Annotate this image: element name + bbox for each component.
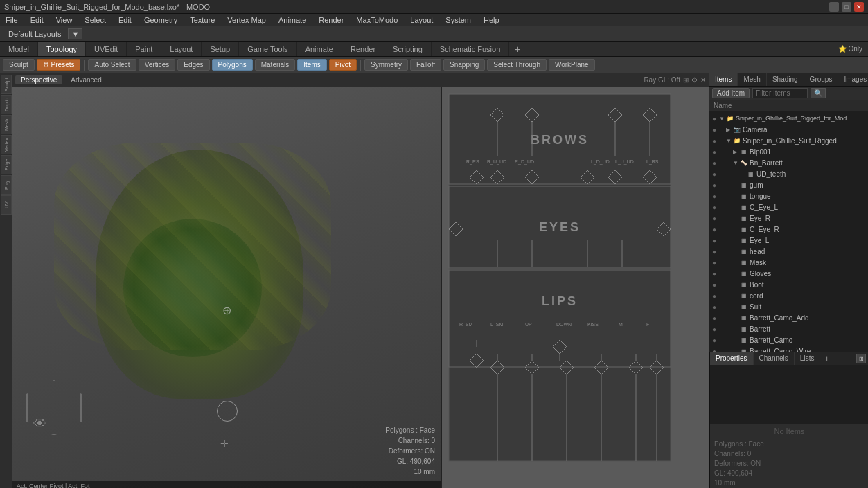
viewport-tab-perspective[interactable]: Perspective [15,75,62,84]
filter-items-input[interactable] [752,88,808,98]
tab-scripting[interactable]: Scripting [384,42,432,56]
tree-item-bn-barrett[interactable]: ● ▼ 🦴 Bn_Barrett [709,157,868,168]
sidebar-tool-duplicate[interactable]: Duplic [1,95,12,114]
eye-icon-c-eye-r[interactable]: ● [712,226,716,233]
br-tab-lists[interactable]: Lists [795,352,821,365]
menu-help[interactable]: Help [481,15,502,25]
workplane-button[interactable]: WorkPlane [549,59,595,71]
snapping-button[interactable]: Snapping [443,59,485,71]
items-button[interactable]: Items [297,59,326,71]
sidebar-tool-polygon[interactable]: Poly [1,175,12,195]
eye-icon-eye-l[interactable]: ● [712,237,716,244]
items-list[interactable]: ● ▼ 📁 Sniper_in_Ghillie_Suit_Rigged_for_… [709,111,868,352]
tab-gametools[interactable]: Game Tools [239,42,297,56]
eye-icon-barrett[interactable]: ● [712,325,716,333]
sidebar-tool-sculpt[interactable]: Sculpt [1,75,12,94]
add-item-button[interactable]: Add Item [712,88,750,98]
menu-vertexmap[interactable]: Vertex Map [224,15,269,25]
pivot-button[interactable]: Pivot [329,59,357,71]
menu-animate[interactable]: Animate [276,15,309,25]
tree-item-camera[interactable]: ● ▶ 📷 Camera [709,124,868,135]
tree-item-barrett-camo-wire[interactable]: ● ▦ Barrett_Camo_Wire [709,345,868,352]
tree-item-head[interactable]: ● ▦ head [709,246,868,257]
filter-search-button[interactable]: 🔍 [811,88,826,98]
menu-view[interactable]: View [53,15,76,25]
minimize-button[interactable]: _ [829,2,839,12]
eye-icon-barrett-camo-wire[interactable]: ● [712,347,716,353]
eye-icon-sniper[interactable]: ● [712,137,716,145]
sculpt-button[interactable]: Sculpt [3,59,35,71]
tree-item-mask[interactable]: ● ▦ Mask [709,257,868,268]
tree-item-gum[interactable]: ● ▦ gum [709,179,868,190]
eye-icon-boot[interactable]: ● [712,281,716,289]
tree-arrow-blp001[interactable]: ▶ [733,149,740,155]
presets-button[interactable]: ⚙ Presets [37,59,81,71]
eye-icon-suit[interactable]: ● [712,303,716,311]
tree-item-sniper-group[interactable]: ● ▼ 📁 Sniper_in_Ghillie_Suit_Rigged [709,135,868,146]
tab-uvedit[interactable]: UVEdit [86,42,127,56]
tree-item-cord[interactable]: ● ▦ cord [709,290,868,301]
tree-item-ud-teeth[interactable]: ● ▦ UD_teeth [709,168,868,179]
br-tab-channels[interactable]: Channels [754,352,795,365]
tree-item-boot[interactable]: ● ▦ Boot [709,279,868,290]
viewport-3d[interactable]: 👁 ⊕ ✛ Act: Center Pivot | Act: Fot Po [12,87,442,488]
viewport-uv[interactable]: BROWS R_RS R_U_UD R_D_UD L_D [442,87,709,488]
maximize-button[interactable]: □ [842,2,851,12]
tab-layout[interactable]: Layout [161,42,202,56]
eye-icon-eye-r[interactable]: ● [712,215,716,222]
menu-select[interactable]: Select [82,15,109,25]
eye-icon-mask[interactable]: ● [712,259,716,266]
layout-dropdown[interactable]: ▼ [68,28,82,39]
eye-icon-root[interactable]: ● [712,115,716,123]
br-tab-add[interactable]: + [820,352,833,365]
tree-item-suit[interactable]: ● ▦ Suit [709,301,868,312]
viewport-close-icon[interactable]: ✕ [700,76,706,84]
tree-arrow-root[interactable]: ▼ [719,116,726,122]
eye-icon-ud-teeth[interactable]: ● [712,170,716,178]
tree-arrow-camera[interactable]: ▶ [726,127,733,133]
menu-maxtomodo[interactable]: MaxToModo [353,15,400,25]
tree-item-tongue[interactable]: ● ▦ tongue [709,190,868,201]
menu-file[interactable]: File [3,15,21,25]
eye-icon-camera[interactable]: ● [712,126,716,134]
menu-render[interactable]: Render [316,15,346,25]
rp-tab-groups[interactable]: Groups [804,73,839,86]
tree-item-barrett-camo[interactable]: ● ▦ Barrett_Camo [709,334,868,345]
rp-tab-mesh[interactable]: Mesh [738,73,766,86]
eye-icon-blp001[interactable]: ● [712,148,716,156]
tree-item-eye-r[interactable]: ● ▦ Eye_R [709,213,868,224]
tab-render[interactable]: Render [342,42,384,56]
close-button[interactable]: ✕ [854,2,864,12]
tree-item-blp001[interactable]: ● ▶ ▦ Blp001 [709,146,868,157]
tab-topology[interactable]: Topology [38,42,86,56]
menu-edit2[interactable]: Edit [116,15,134,25]
tree-item-gloves[interactable]: ● ▦ Gloves [709,268,868,279]
sidebar-tool-vertex[interactable]: Vertex [1,135,12,154]
tree-arrow-sniper[interactable]: ▼ [726,138,733,144]
tree-item-barrett-camo-add[interactable]: ● ▦ Barrett_Camo_Add [709,312,868,323]
eye-icon-barrett-camo[interactable]: ● [712,336,716,344]
eye-icon-gum[interactable]: ● [712,181,716,189]
tab-add-button[interactable]: + [509,42,526,56]
br-tab-properties[interactable]: Properties [710,352,754,365]
sidebar-tool-edge[interactable]: Edge [1,155,12,174]
rp-tab-shading[interactable]: Shading [767,73,804,86]
viewport-settings-icon[interactable]: ⚙ [691,76,698,84]
menu-system[interactable]: System [443,15,474,25]
viewport-expand-icon[interactable]: ⊞ [683,76,689,84]
tab-setup[interactable]: Setup [202,42,239,56]
tree-item-c-eye-r[interactable]: ● ▦ C_Eye_R [709,224,868,235]
sidebar-tool-uv[interactable]: UV [1,195,12,215]
vertices-button[interactable]: Vertices [139,59,176,71]
eye-icon-c-eye-l[interactable]: ● [712,204,716,211]
menu-layout[interactable]: Layout [407,15,436,25]
eye-icon-head[interactable]: ● [712,248,716,255]
rp-tab-items[interactable]: Items [709,73,738,86]
polygons-button[interactable]: Polygons [212,59,253,71]
eye-icon-tongue[interactable]: ● [712,192,716,200]
tree-item-root[interactable]: ● ▼ 📁 Sniper_in_Ghillie_Suit_Rigged_for_… [709,113,868,124]
br-expand-icon[interactable]: ⊞ [856,354,866,363]
tree-arrow-bn-barrett[interactable]: ▼ [733,160,740,166]
materials-button[interactable]: Materials [255,59,296,71]
eye-icon-gloves[interactable]: ● [712,270,716,278]
